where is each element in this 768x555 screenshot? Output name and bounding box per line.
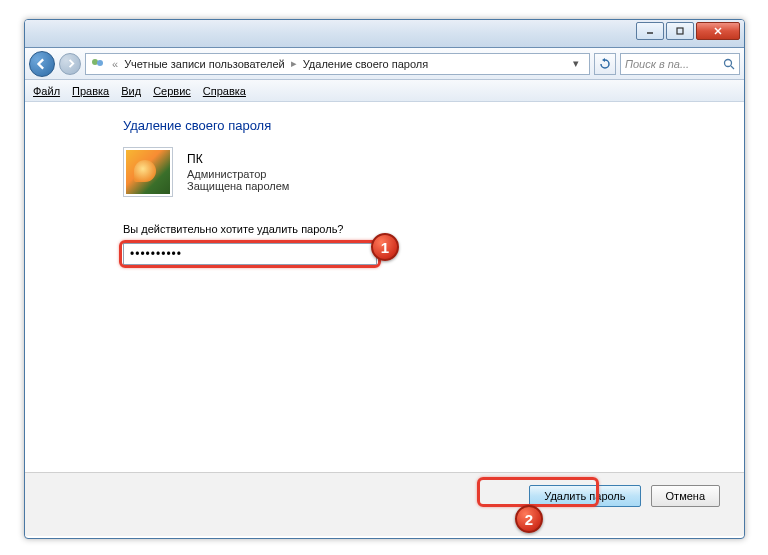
- menu-edit[interactable]: Правка: [72, 85, 109, 97]
- refresh-button[interactable]: [594, 53, 616, 75]
- cancel-button[interactable]: Отмена: [651, 485, 720, 507]
- search-icon: [723, 58, 735, 70]
- menubar: Файл Правка Вид Сервис Справка: [25, 80, 744, 102]
- delete-password-button[interactable]: Удалить пароль: [529, 485, 640, 507]
- search-placeholder: Поиск в па...: [625, 58, 689, 70]
- breadcrumb-root[interactable]: Учетные записи пользователей: [124, 58, 285, 70]
- address-dropdown-icon[interactable]: ▾: [573, 57, 585, 70]
- maximize-button[interactable]: [666, 22, 694, 40]
- back-button[interactable]: [29, 51, 55, 77]
- breadcrumb-arrow-icon: ▸: [291, 57, 297, 70]
- svg-rect-1: [677, 28, 683, 34]
- user-info: ПК Администратор Защищена паролем: [187, 152, 289, 192]
- menu-view[interactable]: Вид: [121, 85, 141, 97]
- user-accounts-icon: [90, 57, 106, 71]
- content-area: Удаление своего пароля ПК Администратор …: [25, 102, 744, 472]
- user-role: Администратор: [187, 168, 289, 180]
- search-box[interactable]: Поиск в па...: [620, 53, 740, 75]
- avatar: [123, 147, 173, 197]
- address-bar[interactable]: « Учетные записи пользователей ▸ Удалени…: [85, 53, 590, 75]
- titlebar: [25, 20, 744, 48]
- close-button[interactable]: [696, 22, 740, 40]
- menu-file[interactable]: Файл: [33, 85, 60, 97]
- menu-help[interactable]: Справка: [203, 85, 246, 97]
- svg-line-7: [731, 66, 734, 69]
- svg-point-5: [97, 60, 103, 66]
- control-panel-window: « Учетные записи пользователей ▸ Удалени…: [24, 19, 745, 539]
- forward-button[interactable]: [59, 53, 81, 75]
- svg-point-6: [725, 59, 732, 66]
- user-summary: ПК Администратор Защищена паролем: [123, 147, 720, 197]
- breadcrumb-sep: «: [112, 58, 118, 70]
- annotation-badge-2: 2: [515, 505, 543, 533]
- footer-bar: 2 Удалить пароль Отмена: [25, 472, 744, 536]
- svg-point-4: [92, 59, 98, 65]
- password-input[interactable]: [123, 243, 377, 265]
- breadcrumb-current: Удаление своего пароля: [303, 58, 428, 70]
- user-protected-label: Защищена паролем: [187, 180, 289, 192]
- confirm-prompt: Вы действительно хотите удалить пароль?: [123, 223, 720, 235]
- minimize-button[interactable]: [636, 22, 664, 40]
- menu-tools[interactable]: Сервис: [153, 85, 191, 97]
- page-title: Удаление своего пароля: [123, 118, 720, 133]
- user-name: ПК: [187, 152, 289, 166]
- navbar: « Учетные записи пользователей ▸ Удалени…: [25, 48, 744, 80]
